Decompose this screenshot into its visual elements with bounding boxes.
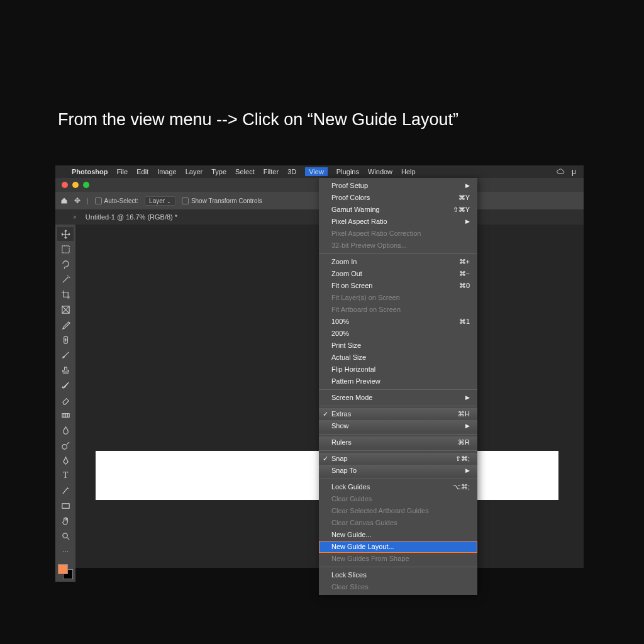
menu-item-new-guide[interactable]: New Guide... <box>319 529 477 541</box>
menu-window[interactable]: Window <box>368 168 392 175</box>
show-transform-label: Show Transform Controls <box>191 197 262 204</box>
menu-item-new-guide-layout[interactable]: New Guide Layout... <box>319 541 477 553</box>
move-tool[interactable] <box>57 227 74 241</box>
menu-item-100[interactable]: 100%⌘1 <box>319 316 477 328</box>
pen-tool[interactable] <box>57 453 74 467</box>
menu-item-clear-slices: Clear Slices <box>319 581 477 593</box>
svg-point-4 <box>62 444 67 449</box>
toolbox-more[interactable]: ⋯ <box>57 544 74 558</box>
menu-item-pixel-aspect-ratio-correction: Pixel Aspect Ratio Correction <box>319 228 477 240</box>
document-tab[interactable]: Untitled-1 @ 16.7% (RGB/8) * <box>80 211 182 223</box>
svg-rect-5 <box>62 503 69 508</box>
menu-plugins[interactable]: Plugins <box>336 168 359 175</box>
menu-file[interactable]: File <box>116 168 128 175</box>
home-icon[interactable] <box>60 197 68 204</box>
brush-tool[interactable] <box>57 348 74 362</box>
hand-tool[interactable] <box>57 514 74 528</box>
dodge-tool[interactable] <box>57 438 74 452</box>
menu-item-zoom-in[interactable]: Zoom In⌘+ <box>319 256 477 268</box>
layer-dropdown[interactable]: Layer ⌄ <box>145 196 175 206</box>
menu-item-lock-slices[interactable]: Lock Slices <box>319 569 477 581</box>
menu-item-snap[interactable]: ✓Snap⇧⌘; <box>319 453 477 465</box>
menu-item-clear-guides: Clear Guides <box>319 493 477 505</box>
menu-item-proof-colors[interactable]: Proof Colors⌘Y <box>319 192 477 204</box>
menu-item-screen-mode[interactable]: Screen Mode▶ <box>319 392 477 404</box>
svg-point-6 <box>62 533 67 538</box>
menu-item-new-guides-from-shape: New Guides From Shape <box>319 553 477 565</box>
mu-icon[interactable]: μ <box>572 167 576 176</box>
instruction-text: From the view menu --> Click on “New Gui… <box>58 110 458 130</box>
menu-help[interactable]: Help <box>401 168 416 175</box>
menu-item-32-bit-preview-options: 32-bit Preview Options... <box>319 240 477 252</box>
menu-filter[interactable]: Filter <box>264 168 279 175</box>
zoom-tool[interactable] <box>57 529 74 543</box>
close-button[interactable] <box>62 182 68 188</box>
stamp-tool[interactable] <box>57 363 74 377</box>
menu-edit[interactable]: Edit <box>136 168 148 175</box>
menu-item-print-size[interactable]: Print Size <box>319 340 477 352</box>
blur-tool[interactable] <box>57 423 74 437</box>
menu-item-lock-guides[interactable]: Lock Guides⌥⌘; <box>319 481 477 493</box>
foreground-color[interactable] <box>58 564 68 574</box>
menu-select[interactable]: Select <box>235 168 255 175</box>
close-tab-icon[interactable]: × <box>73 214 77 221</box>
maximize-button[interactable] <box>83 182 89 188</box>
path-tool[interactable] <box>57 484 74 497</box>
frame-tool[interactable] <box>57 303 74 316</box>
menu-item-fit-artboard-on-screen: Fit Artboard on Screen <box>319 304 477 316</box>
menu-item-extras[interactable]: ✓Extras⌘H <box>319 408 477 420</box>
cloud-icon[interactable] <box>557 169 565 175</box>
healing-tool[interactable] <box>57 333 74 347</box>
eyedropper-tool[interactable] <box>57 318 74 331</box>
menu-item-proof-setup[interactable]: Proof Setup▶ <box>319 180 477 192</box>
menu-item-snap-to[interactable]: Snap To▶ <box>319 465 477 477</box>
move-tool-icon[interactable]: ✥ <box>74 196 80 205</box>
crop-tool[interactable] <box>57 287 74 301</box>
auto-select-label: Auto-Select: <box>104 197 138 204</box>
type-tool[interactable]: T <box>57 469 74 482</box>
rectangle-tool[interactable] <box>57 499 74 513</box>
svg-rect-0 <box>62 245 69 252</box>
color-swatch[interactable] <box>58 564 73 579</box>
view-dropdown-menu: Proof Setup▶Proof Colors⌘YGamut Warning⇧… <box>319 178 477 595</box>
menu-item-show[interactable]: Show▶ <box>319 420 477 432</box>
menu-item-fit-layer-s-on-screen: Fit Layer(s) on Screen <box>319 292 477 304</box>
show-transform-checkbox[interactable]: Show Transform Controls <box>182 197 262 204</box>
lasso-tool[interactable] <box>57 257 74 271</box>
menu-3d[interactable]: 3D <box>287 168 296 175</box>
menu-item-flip-horizontal[interactable]: Flip Horizontal <box>319 364 477 375</box>
photoshop-window: Photoshop File Edit Image Layer Type Sel… <box>55 165 584 568</box>
wand-tool[interactable] <box>57 272 74 286</box>
menu-item-200[interactable]: 200% <box>319 328 477 340</box>
menu-item-clear-selected-artboard-guides: Clear Selected Artboard Guides <box>319 505 477 517</box>
menu-item-actual-size[interactable]: Actual Size <box>319 352 477 364</box>
menu-layer[interactable]: Layer <box>186 168 203 175</box>
auto-select-checkbox[interactable]: Auto-Select: <box>95 197 138 204</box>
app-name[interactable]: Photoshop <box>72 168 108 175</box>
menu-type[interactable]: Type <box>211 168 226 175</box>
history-brush-tool[interactable] <box>57 378 74 392</box>
menu-view[interactable]: View <box>305 167 328 176</box>
eraser-tool[interactable] <box>57 393 74 407</box>
gradient-tool[interactable] <box>57 408 74 422</box>
menu-image[interactable]: Image <box>157 168 177 175</box>
menu-item-clear-canvas-guides: Clear Canvas Guides <box>319 517 477 529</box>
menu-item-pattern-preview[interactable]: Pattern Preview <box>319 375 477 387</box>
marquee-tool[interactable] <box>57 242 74 256</box>
menu-item-fit-on-screen[interactable]: Fit on Screen⌘0 <box>319 280 477 292</box>
minimize-button[interactable] <box>72 182 79 188</box>
menubar: Photoshop File Edit Image Layer Type Sel… <box>55 165 584 178</box>
toolbox: T ⋯ <box>55 225 75 582</box>
menu-item-zoom-out[interactable]: Zoom Out⌘− <box>319 268 477 280</box>
menu-item-pixel-aspect-ratio[interactable]: Pixel Aspect Ratio▶ <box>319 216 477 228</box>
menu-item-rulers[interactable]: Rulers⌘R <box>319 436 477 448</box>
menu-item-gamut-warning[interactable]: Gamut Warning⇧⌘Y <box>319 204 477 216</box>
